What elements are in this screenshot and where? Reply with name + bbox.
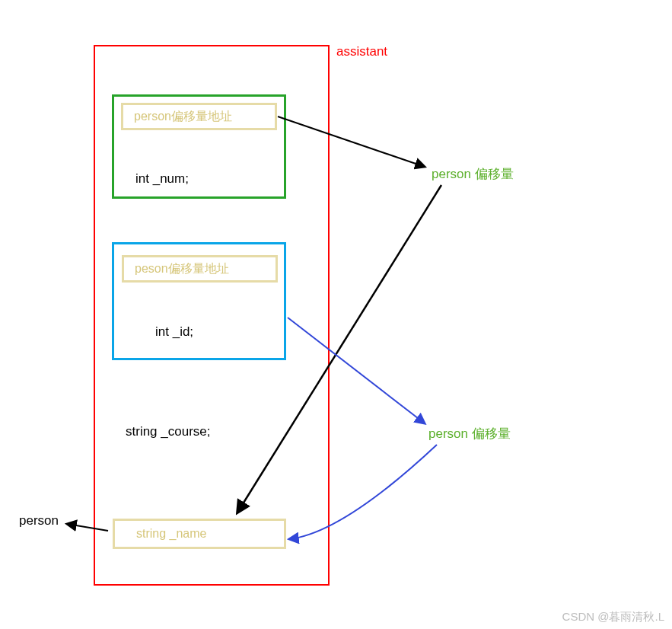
course-field-label: string _course; xyxy=(126,424,211,439)
person-label: person xyxy=(19,513,59,528)
blue-addr-box: peson偏移量地址 xyxy=(122,255,278,283)
assistant-label: assistant xyxy=(336,44,387,59)
person-offset-label-2: person 偏移量 xyxy=(428,425,511,442)
watermark: CSDN @暮雨清秋.L xyxy=(562,610,664,624)
blue-addr-label: peson偏移量地址 xyxy=(135,261,229,277)
green-addr-box: person偏移量地址 xyxy=(121,103,277,130)
name-box: string _name xyxy=(113,519,286,549)
green-addr-label: person偏移量地址 xyxy=(134,109,232,125)
diagram-canvas: assistant person偏移量地址 int _num; peson偏移量… xyxy=(0,0,672,629)
name-box-label: string _name xyxy=(136,527,207,541)
green-field-label: int _num; xyxy=(135,171,189,187)
blue-field-label: int _id; xyxy=(155,324,193,340)
person-offset-label-1: person 偏移量 xyxy=(432,165,514,183)
